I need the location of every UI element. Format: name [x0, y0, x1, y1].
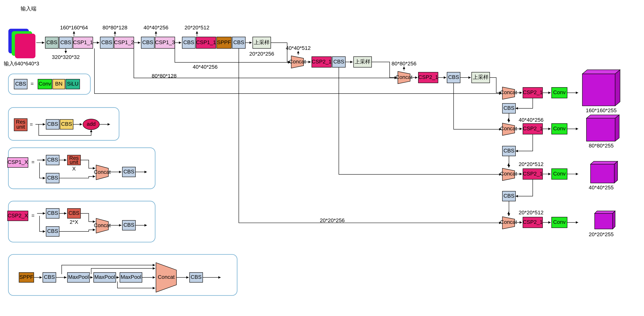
svg-marker-101 — [582, 74, 615, 106]
svg-text:CSP1_1: CSP1_1 — [196, 39, 216, 45]
svg-text:Concat: Concat — [94, 169, 110, 175]
svg-text:CBS: CBS — [124, 222, 134, 228]
output-cube-4: 20*20*255 — [589, 211, 615, 237]
svg-text:CBS: CBS — [47, 157, 58, 163]
svg-text:MaxPool: MaxPool — [68, 274, 89, 280]
legend-csp1x-panel: CSP1_X = CBS Res unit X CBS Concat CBS — [8, 148, 155, 189]
svg-text:Concat: Concat — [158, 274, 175, 280]
svg-text:unit: unit — [16, 124, 25, 130]
svg-text:CSP2_1: CSP2_1 — [418, 74, 438, 80]
svg-text:Conv: Conv — [553, 89, 566, 95]
svg-text:CSP2_X: CSP2_X — [8, 212, 28, 219]
svg-text:CBS: CBS — [46, 39, 57, 45]
svg-text:40*40*256: 40*40*256 — [519, 117, 544, 123]
svg-text:Concat: Concat — [500, 171, 517, 177]
svg-marker-106 — [586, 115, 619, 118]
svg-text:CSP1_1: CSP1_1 — [73, 39, 93, 45]
legend-csp2x-panel: CSP2_X = CBS CBS 2*X CBS Concat CBS — [8, 201, 155, 242]
svg-text:X: X — [72, 166, 76, 172]
svg-text:BN: BN — [55, 81, 62, 87]
svg-marker-107 — [615, 115, 619, 141]
svg-text:MaxPool: MaxPool — [94, 274, 115, 280]
svg-text:Concat: Concat — [396, 74, 412, 80]
svg-text:上采样: 上采样 — [473, 74, 488, 80]
svg-text:CSP2_1: CSP2_1 — [523, 125, 543, 132]
svg-text:20*20*512: 20*20*512 — [519, 209, 544, 215]
svg-marker-115 — [613, 211, 615, 229]
svg-text:SiLU: SiLU — [67, 81, 78, 87]
svg-marker-111 — [614, 161, 618, 183]
svg-text:Conv: Conv — [553, 219, 566, 225]
output-cube-2: 80*80*255 — [586, 115, 619, 149]
concat-2: Concat 80*80*128 80*80*256 — [134, 46, 416, 84]
svg-text:CBS: CBS — [101, 39, 112, 45]
svg-text:CBS: CBS — [142, 39, 153, 45]
svg-text:Conv: Conv — [39, 81, 51, 87]
svg-text:2*X: 2*X — [70, 219, 78, 225]
svg-text:CBS: CBS — [44, 274, 55, 280]
svg-text:CSP2_1: CSP2_1 — [312, 59, 332, 65]
svg-text:CBS: CBS — [47, 210, 58, 216]
svg-text:CBS: CBS — [61, 121, 72, 127]
svg-text:Concat: Concat — [500, 89, 517, 95]
svg-text:上采样: 上采样 — [355, 59, 370, 65]
output-cube-3: 40*40*255 — [589, 161, 618, 191]
architecture-diagram: 输入端 输入640*640*3 CBS CBS CSP1_1 CBS CSP1_… — [0, 0, 644, 316]
output-cube-1: 160*160*255 — [582, 70, 620, 113]
svg-text:CBS: CBS — [191, 274, 202, 280]
svg-text:上采样: 上采样 — [254, 39, 270, 45]
backbone-row: CBS CBS CSP1_1 CBS CSP1_2 CBS CSP1_3 CBS… — [36, 25, 274, 60]
svg-text:CBS: CBS — [504, 148, 514, 154]
svg-text:CSP1_2: CSP1_2 — [114, 39, 134, 45]
svg-text:Concat: Concat — [289, 59, 306, 65]
svg-text:20*20*255: 20*20*255 — [589, 231, 614, 237]
legend-sppf-panel: SPPF CBS MaxPool MaxPool MaxPool Concat … — [8, 254, 237, 295]
svg-text:CSP2_1: CSP2_1 — [523, 89, 543, 95]
legend-cbs-panel: CBS = Conv BN SiLU — [8, 74, 90, 94]
svg-text:20*20*512: 20*20*512 — [184, 25, 209, 31]
svg-marker-105 — [586, 118, 615, 141]
svg-text:CBS: CBS — [60, 39, 71, 45]
svg-text:unit: unit — [70, 159, 78, 165]
svg-text:40*40*255: 40*40*255 — [589, 184, 614, 191]
svg-text:20*20*512: 20*20*512 — [519, 161, 544, 167]
svg-text:160*160*64: 160*160*64 — [60, 25, 88, 31]
svg-text:320*320*32: 320*320*32 — [52, 54, 80, 60]
svg-text:Conv: Conv — [553, 125, 566, 132]
svg-text:SPPF: SPPF — [20, 274, 33, 280]
svg-text:CSP2_1: CSP2_1 — [523, 171, 543, 177]
svg-text:Conv: Conv — [553, 171, 566, 177]
svg-text:CSP1_3: CSP1_3 — [155, 39, 175, 45]
svg-text:80*80*255: 80*80*255 — [589, 143, 614, 149]
svg-text:80*80*256: 80*80*256 — [392, 61, 416, 67]
svg-marker-113 — [595, 213, 613, 229]
svg-text:160*160*255: 160*160*255 — [586, 107, 616, 113]
svg-text:Concat: Concat — [94, 222, 110, 228]
svg-text:CBS: CBS — [504, 193, 514, 199]
svg-text:CBS: CBS — [15, 81, 26, 87]
svg-text:=: = — [32, 212, 34, 219]
svg-marker-110 — [590, 161, 618, 164]
svg-text:20*20*256: 20*20*256 — [320, 217, 344, 223]
svg-text:CBS: CBS — [47, 228, 58, 234]
svg-marker-114 — [595, 211, 615, 213]
svg-text:40*40*256: 40*40*256 — [193, 64, 218, 70]
input-image-stack: 输入640*640*3 — [4, 29, 39, 67]
svg-text:CBS: CBS — [47, 175, 58, 181]
svg-text:CBS: CBS — [233, 39, 244, 45]
svg-text:80*80*128: 80*80*128 — [102, 25, 127, 31]
svg-text:MaxPool: MaxPool — [120, 274, 141, 280]
svg-text:Concat: Concat — [500, 219, 517, 225]
svg-text:CSP2_1: CSP2_1 — [523, 219, 543, 225]
svg-text:CBS: CBS — [47, 121, 58, 127]
svg-text:CSP1_X: CSP1_X — [8, 159, 28, 165]
svg-text:add: add — [87, 121, 96, 127]
svg-text:=: = — [30, 121, 33, 127]
svg-text:CBS: CBS — [448, 74, 459, 80]
svg-text:40*40*512: 40*40*512 — [286, 45, 310, 51]
svg-text:CBS: CBS — [504, 105, 514, 111]
svg-rect-2 — [15, 34, 35, 58]
svg-text:SPPF: SPPF — [217, 39, 231, 45]
title-label: 输入端 — [20, 6, 36, 12]
input-dim-label: 输入640*640*3 — [4, 61, 39, 67]
